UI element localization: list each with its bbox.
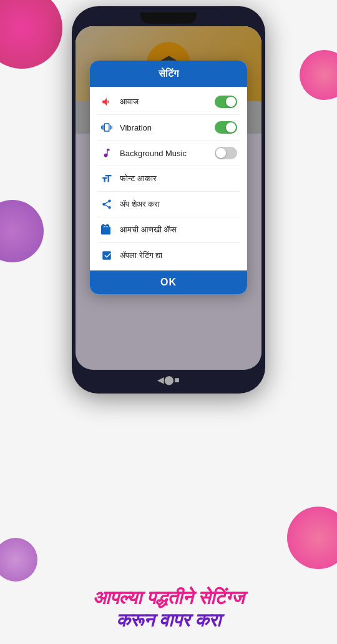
ok-button-container[interactable]: OK xyxy=(90,270,247,294)
ok-button-label: OK xyxy=(160,277,177,287)
bg-blob-topright xyxy=(300,50,337,100)
rate-icon xyxy=(100,249,114,262)
footer-text-line1: आपल्या पद्धतीने सेटिंग्ज xyxy=(12,587,325,609)
bg-blob-bottomleft xyxy=(0,538,37,582)
android-nav: ◀ ⬤ ■ xyxy=(139,370,198,390)
bg-blob-midleft xyxy=(0,200,44,262)
setting-row-vibration[interactable]: Vibration xyxy=(90,115,247,140)
bg-music-label: Background Music xyxy=(120,149,208,158)
vibration-toggle[interactable] xyxy=(215,121,237,134)
footer-text-line2: करून वापर करा xyxy=(12,609,325,632)
setting-row-bg-music[interactable]: Background Music xyxy=(90,141,247,166)
dialog-title: सेटिंग xyxy=(159,68,178,79)
setting-row-share[interactable]: ॲप शेअर करा xyxy=(90,192,247,217)
android-back-btn[interactable]: ◀ xyxy=(157,375,164,385)
vibration-icon xyxy=(100,121,114,134)
phone-notch xyxy=(140,12,197,24)
apps-icon xyxy=(100,223,114,237)
bg-music-toggle[interactable] xyxy=(215,147,237,159)
phone-screen: 🎓 सेटिंग आवाज xyxy=(76,26,261,370)
dialog-header: सेटिंग xyxy=(90,61,247,87)
share-label: ॲप शेअर करा xyxy=(120,199,237,209)
bg-blob-topleft xyxy=(0,0,62,69)
setting-row-more-apps[interactable]: आमची आणखी ॲप्स xyxy=(90,217,247,242)
settings-dialog: सेटिंग आवाज xyxy=(90,61,247,294)
android-recent-btn[interactable]: ■ xyxy=(174,375,179,385)
bg-blob-bottomright xyxy=(287,507,337,569)
share-icon xyxy=(100,197,114,211)
footer-text-area: आपल्या पद्धतीने सेटिंग्ज करून वापर करा xyxy=(0,587,337,632)
setting-row-rate[interactable]: ॲपला रेटिंग द्या xyxy=(90,243,247,268)
font-label: फोन्ट आकार xyxy=(120,174,237,184)
android-home-btn[interactable]: ⬤ xyxy=(164,375,174,385)
sound-label: आवाज xyxy=(120,97,208,107)
rate-label: ॲपला रेटिंग द्या xyxy=(120,250,237,260)
font-icon xyxy=(100,172,114,186)
vibration-label: Vibration xyxy=(120,123,208,132)
setting-row-sound[interactable]: आवाज xyxy=(90,89,247,114)
dialog-overlay: सेटिंग आवाज xyxy=(76,26,261,370)
sound-icon xyxy=(100,95,114,109)
dialog-body: आवाज Vibration xyxy=(90,87,247,270)
phone-shell: 🎓 सेटिंग आवाज xyxy=(72,6,265,394)
setting-row-font[interactable]: फोन्ट आकार xyxy=(90,166,247,191)
music-icon xyxy=(100,146,114,160)
more-apps-label: आमची आणखी ॲप्स xyxy=(120,225,237,235)
sound-toggle[interactable] xyxy=(215,96,237,108)
